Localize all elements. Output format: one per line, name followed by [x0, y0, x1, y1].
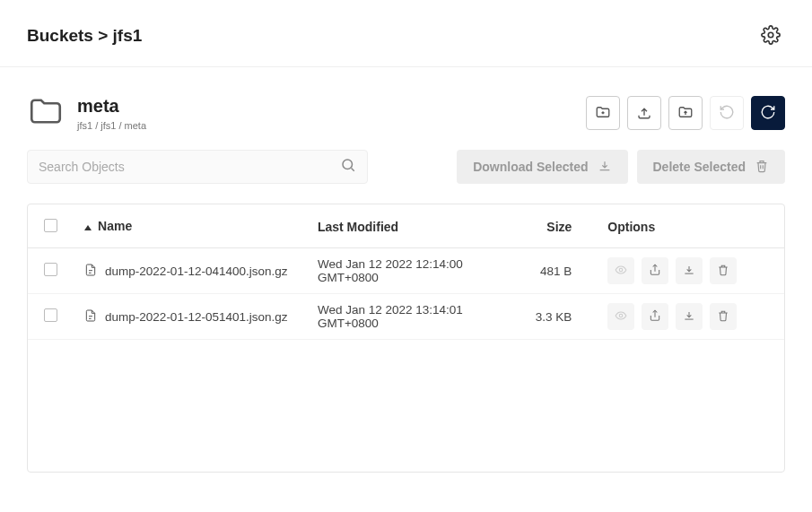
folder-icon [27, 92, 65, 134]
download-icon [683, 309, 695, 325]
folder-title: meta [77, 96, 146, 117]
share-icon [649, 309, 661, 325]
bulk-actions: Download Selected Delete Selected [457, 150, 785, 184]
header-modified[interactable]: Last Modified [307, 204, 522, 248]
table-row: dump-2022-01-12-051401.json.gz Wed Jan 1… [28, 294, 784, 340]
settings-button[interactable] [756, 22, 785, 50]
file-icon [83, 263, 98, 280]
preview-button[interactable] [607, 257, 634, 284]
upload-icon [636, 104, 652, 123]
download-icon [683, 264, 695, 279]
file-name: dump-2022-01-12-041400.json.gz [105, 265, 287, 278]
upload-folder-button[interactable] [668, 96, 703, 130]
row-checkbox[interactable] [44, 263, 57, 276]
header-size[interactable]: Size [522, 204, 597, 248]
eye-icon [615, 264, 627, 279]
object-table: Name Last Modified Size Options dump-202… [28, 204, 784, 340]
preview-button[interactable] [607, 303, 634, 330]
name-cell[interactable]: dump-2022-01-12-041400.json.gz [83, 263, 296, 280]
download-button[interactable] [676, 257, 703, 284]
file-name: dump-2022-01-12-051401.json.gz [105, 310, 287, 324]
row-checkbox[interactable] [44, 308, 57, 322]
toolbar-actions [586, 96, 785, 130]
bucket-info-row: meta jfs1 / jfs1 / meta [0, 67, 812, 150]
share-icon [649, 264, 661, 279]
download-selected-label: Download Selected [473, 160, 588, 174]
gear-icon [761, 25, 781, 48]
file-icon [83, 308, 98, 325]
breadcrumb[interactable]: Buckets > jfs1 [27, 26, 142, 46]
delete-selected-button[interactable]: Delete Selected [637, 150, 786, 184]
folder-up-icon [677, 104, 694, 123]
trash-icon [717, 309, 729, 325]
page-header: Buckets > jfs1 [0, 0, 812, 67]
header-name[interactable]: Name [73, 204, 307, 248]
download-button[interactable] [676, 303, 703, 330]
trash-icon [717, 264, 729, 279]
select-all-checkbox[interactable] [44, 219, 57, 232]
svg-point-0 [768, 32, 773, 38]
history-icon [719, 104, 735, 123]
file-size: 3.3 KB [522, 294, 597, 340]
name-cell[interactable]: dump-2022-01-12-051401.json.gz [83, 308, 296, 325]
object-table-wrap: Name Last Modified Size Options dump-202… [27, 204, 785, 473]
download-icon [598, 159, 612, 176]
upload-button[interactable] [627, 96, 661, 130]
download-selected-button[interactable]: Download Selected [457, 150, 627, 184]
sort-asc-icon [83, 221, 92, 235]
svg-point-2 [620, 268, 624, 272]
search-box[interactable] [27, 150, 368, 184]
delete-button[interactable] [710, 303, 737, 330]
delete-selected-label: Delete Selected [653, 160, 747, 174]
search-row: Download Selected Delete Selected [0, 150, 812, 204]
bucket-info-left: meta jfs1 / jfs1 / meta [27, 92, 146, 134]
folder-plus-icon [595, 104, 611, 123]
header-options: Options [597, 204, 784, 248]
new-folder-button[interactable] [586, 96, 620, 130]
file-modified: Wed Jan 12 2022 12:14:00 GMT+0800 [307, 248, 522, 294]
search-icon [340, 157, 356, 177]
folder-path: jfs1 / jfs1 / meta [77, 120, 146, 131]
file-modified: Wed Jan 12 2022 13:14:01 GMT+0800 [307, 294, 522, 340]
search-input[interactable] [39, 160, 340, 174]
svg-point-1 [343, 160, 353, 169]
share-button[interactable] [642, 257, 668, 284]
table-row: dump-2022-01-12-041400.json.gz Wed Jan 1… [28, 248, 784, 294]
delete-button[interactable] [710, 257, 737, 284]
share-button[interactable] [642, 303, 668, 330]
file-size: 481 B [522, 248, 597, 294]
refresh-icon [760, 104, 776, 123]
history-button [710, 96, 744, 130]
refresh-button[interactable] [751, 96, 785, 130]
svg-point-3 [620, 314, 624, 317]
trash-icon [755, 159, 769, 176]
eye-icon [615, 309, 627, 325]
